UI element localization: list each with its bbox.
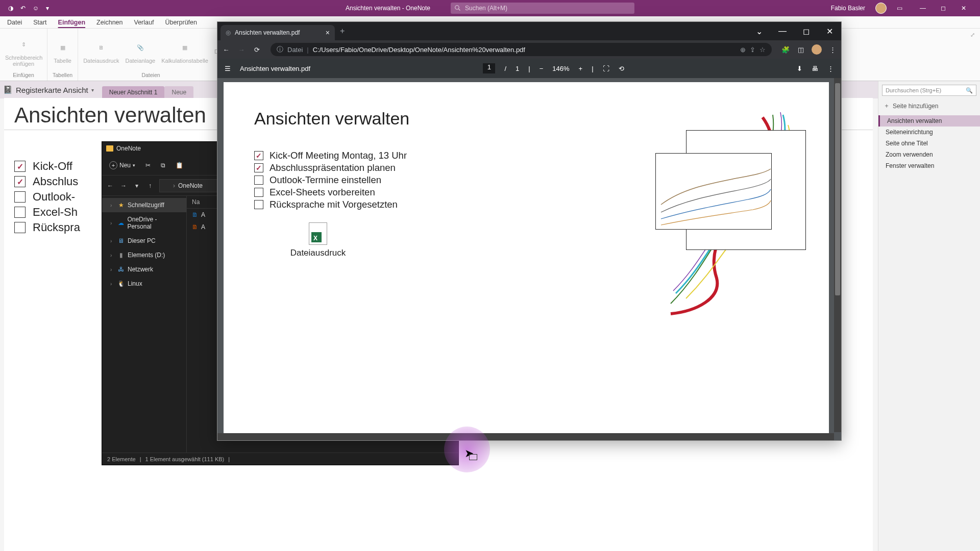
paste-icon[interactable]: 📋 — [176, 162, 183, 169]
back-button[interactable]: ← — [106, 182, 114, 189]
maximize-button[interactable]: ◻ — [794, 22, 818, 40]
page-item[interactable]: Fenster verwalten — [878, 160, 980, 171]
reload-button[interactable]: ⟳ — [252, 46, 261, 54]
minimize-button[interactable]: — — [913, 0, 933, 16]
column-name[interactable]: Na — [192, 198, 200, 206]
profile-avatar[interactable] — [812, 44, 822, 55]
page-item[interactable]: Ansichten verwalten — [878, 115, 980, 127]
undo-icon[interactable]: ↶ — [20, 5, 26, 12]
page-search[interactable]: Durchsuchen (Strg+E) 🔍 — [882, 85, 976, 96]
avatar[interactable] — [875, 3, 887, 14]
sidenav-item[interactable]: ›🐧Linux — [102, 277, 186, 291]
cmd-schreibbereich[interactable]: ⇕ Schreibbereich einfügen — [5, 36, 42, 67]
file-printout-icon: 🗎 — [92, 39, 110, 56]
ribbon-group-tabellen: ▦ Tabelle Tabellen — [47, 29, 78, 81]
up-button[interactable]: ↑ — [146, 182, 154, 189]
menu-icon[interactable]: ⋮ — [828, 46, 837, 54]
close-button[interactable]: ✕ — [953, 0, 974, 16]
copy-icon[interactable]: ⧉ — [161, 162, 165, 169]
more-actions-icon[interactable]: ⋮ — [827, 65, 834, 72]
pdf-page: Ansichten verwalten Kick-Off Meeting Mon… — [224, 82, 829, 436]
tab-start[interactable]: Start — [33, 19, 46, 26]
sidenav-item[interactable]: ›🖥Dieser PC — [102, 234, 186, 248]
share-icon[interactable]: ⇪ — [750, 46, 755, 54]
zoom-icon[interactable]: ⊕ — [740, 46, 746, 54]
tab-verlauf[interactable]: Verlauf — [134, 19, 154, 26]
user-name[interactable]: Fabio Basler — [831, 5, 865, 12]
cmd-dateiausdruck[interactable]: 🗎Dateiausdruck — [83, 39, 119, 64]
ribbon-group-dateien: 🗎Dateiausdruck 📎Dateianlage ▦Kalkulation… — [78, 29, 224, 81]
close-tab-icon[interactable]: × — [326, 29, 330, 37]
back-button[interactable]: ← — [222, 46, 231, 54]
search-icon — [455, 5, 461, 11]
explorer-title: OneNote — [116, 145, 141, 152]
ribbon-display-icon[interactable]: ▭ — [897, 5, 902, 12]
pdf-viewport[interactable]: Ansichten verwalten Kick-Off Meeting Mon… — [217, 78, 841, 440]
cmd-tabelle[interactable]: ▦ Tabelle — [54, 39, 71, 64]
zoom-level: 146% — [552, 65, 569, 72]
new-button[interactable]: +Neu▾ — [109, 161, 135, 169]
sidenav-item[interactable]: ›▮Elements (D:) — [102, 248, 186, 262]
global-search[interactable]: Suchen (Alt+M) — [451, 3, 634, 14]
hamburger-icon[interactable]: ☰ — [225, 65, 231, 72]
attachment-icon: 📎 — [132, 39, 149, 56]
scribble-icon — [656, 154, 772, 230]
zoom-in-button[interactable]: + — [579, 65, 583, 72]
sidenav-item[interactable]: ›★Schnellzugriff — [102, 198, 186, 212]
expand-pane-button[interactable]: ⤢ — [970, 32, 975, 38]
emoji-icon[interactable]: ☺ — [33, 5, 39, 12]
minimize-button[interactable]: — — [771, 22, 794, 40]
maximize-button[interactable]: ◻ — [933, 0, 953, 16]
cmd-kalkulationstabelle[interactable]: ▦Kalkulationstabelle — [161, 39, 208, 64]
checkbox[interactable] — [14, 191, 26, 203]
page-number-input[interactable]: 1 — [483, 63, 495, 73]
pdf-toolbar: ☰ Ansichten verwalten.pdf 1 / 1 | − 146%… — [217, 59, 841, 78]
checkbox[interactable] — [14, 161, 26, 172]
sidenav-item[interactable]: ›☁OneDrive - Personal — [102, 212, 186, 234]
autosave-icon[interactable]: ◑ — [8, 5, 13, 12]
window-title: Ansichten verwalten - OneNote — [346, 5, 430, 12]
checkbox[interactable] — [14, 222, 26, 233]
chevron-down-icon[interactable]: ▾ — [91, 87, 94, 93]
scrollbar-vertical[interactable] — [834, 78, 841, 432]
more-qat-icon[interactable]: ▾ — [46, 5, 49, 12]
tab-zeichnen[interactable]: Zeichnen — [96, 19, 122, 26]
notebook-title[interactable]: Registerkarte Ansicht — [16, 86, 88, 94]
sidenav-item[interactable]: ›🖧Netzwerk — [102, 262, 186, 277]
add-page-button[interactable]: ＋Seite hinzufügen — [878, 99, 980, 112]
tab-datei[interactable]: Datei — [7, 19, 22, 26]
cut-icon[interactable]: ✂ — [145, 162, 151, 169]
cmd-dateianlage[interactable]: 📎Dateianlage — [125, 39, 155, 64]
excel-icon: X — [309, 222, 327, 245]
tab-ueberpruefen[interactable]: Überprüfen — [165, 19, 197, 26]
tab-search-button[interactable]: ⌄ — [747, 22, 771, 40]
star-icon[interactable]: ☆ — [760, 46, 766, 54]
extensions-icon[interactable]: 🧩 — [781, 46, 790, 54]
forward-button[interactable]: → — [237, 46, 246, 54]
page-item[interactable]: Seite ohne Titel — [878, 138, 980, 149]
fit-page-icon[interactable]: ⛶ — [603, 65, 609, 72]
forward-button[interactable]: → — [119, 182, 128, 189]
print-button[interactable]: 🖶 — [812, 65, 818, 72]
table-icon: ▦ — [54, 39, 71, 56]
download-button[interactable]: ⬇ — [797, 65, 802, 72]
section-tab-1[interactable]: Neuer Abschnitt 1 — [102, 86, 165, 98]
tab-einfuegen[interactable]: Einfügen — [58, 19, 85, 26]
svg-point-0 — [455, 6, 459, 10]
checkbox[interactable] — [14, 207, 26, 218]
recent-button[interactable]: ▾ — [133, 182, 141, 189]
checkbox — [254, 176, 263, 185]
rotate-icon[interactable]: ⟲ — [619, 65, 624, 72]
browser-tab[interactable]: ◎ Ansichten verwalten.pdf × — [220, 25, 335, 40]
site-info-icon[interactable]: ⓘ — [277, 45, 283, 54]
scrollbar-horizontal[interactable] — [217, 433, 834, 440]
page-item[interactable]: Seiteneinrichtung — [878, 127, 980, 138]
page-item[interactable]: Zoom verwenden — [878, 149, 980, 160]
checkbox[interactable] — [14, 176, 26, 187]
url-bar[interactable]: ⓘ Datei | C:/Users/Fabio/OneDrive/Deskto… — [271, 43, 772, 56]
sidepanel-icon[interactable]: ◫ — [796, 46, 805, 54]
section-tab-2[interactable]: Neue — [164, 86, 193, 98]
new-tab-button[interactable]: + — [335, 27, 350, 36]
zoom-out-button[interactable]: − — [540, 65, 544, 72]
close-button[interactable]: ✕ — [818, 22, 841, 40]
